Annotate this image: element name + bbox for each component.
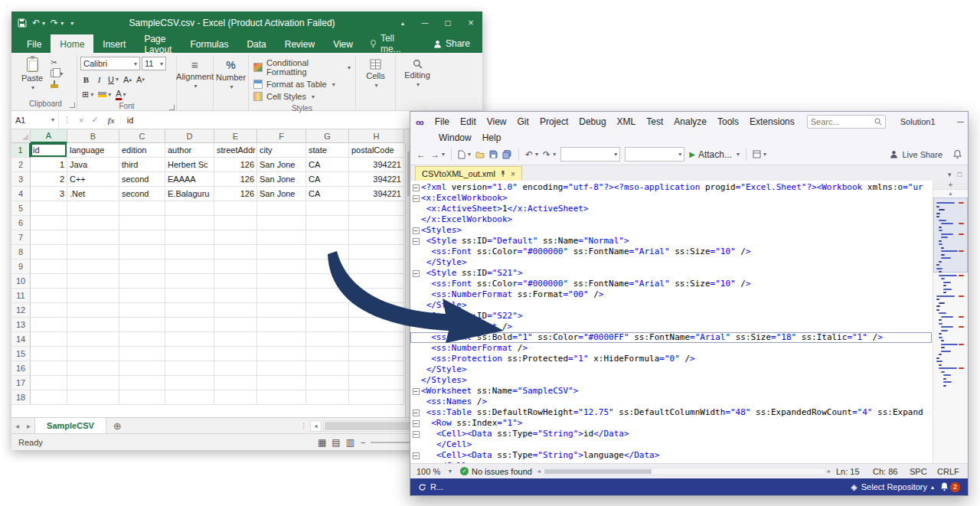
attach-button[interactable]: ▶ Attach... ▾: [689, 149, 740, 160]
cell-A7[interactable]: [31, 230, 67, 245]
cell-A8[interactable]: [31, 245, 67, 260]
cell-B1[interactable]: language: [67, 143, 119, 158]
font-name-select[interactable]: Calibri▾: [80, 57, 140, 70]
cell-H10[interactable]: [349, 274, 404, 289]
cell-B11[interactable]: [67, 289, 119, 303]
row-header-7[interactable]: 7: [11, 230, 31, 245]
clipboard-dialog-launcher[interactable]: [70, 103, 75, 108]
row-header-2[interactable]: 2: [11, 158, 31, 172]
cell-C16[interactable]: [119, 361, 165, 376]
cell-E9[interactable]: [214, 260, 257, 274]
cell-C13[interactable]: [119, 318, 165, 332]
cell-F11[interactable]: [257, 289, 306, 303]
row-header-13[interactable]: 13: [11, 318, 31, 332]
maximize-button[interactable]: □: [436, 11, 459, 34]
cell-D8[interactable]: [165, 245, 214, 260]
column-header-F[interactable]: F: [257, 129, 306, 143]
fold-toggle-icon[interactable]: −: [413, 184, 420, 191]
normal-view-icon[interactable]: ▦: [318, 437, 326, 448]
cell-B8[interactable]: [67, 245, 119, 260]
fold-toggle-icon[interactable]: −: [413, 420, 420, 427]
cell-E2[interactable]: 126: [214, 158, 257, 172]
cell-G4[interactable]: CA: [306, 187, 349, 201]
issues-indicator[interactable]: ✓ No issues found: [460, 467, 532, 476]
column-header-G[interactable]: G: [306, 129, 349, 143]
cell-F2[interactable]: San Jone: [257, 158, 306, 172]
cell-B6[interactable]: [67, 216, 119, 230]
cell-A1[interactable]: id: [31, 143, 67, 158]
cell-H13[interactable]: [349, 318, 404, 332]
cell-F4[interactable]: San Jone: [257, 187, 306, 201]
cell-D1[interactable]: author: [165, 143, 214, 158]
cell-E1[interactable]: streetAddr: [214, 143, 257, 158]
fold-toggle-icon[interactable]: −: [413, 410, 420, 416]
cell-F18[interactable]: [257, 390, 306, 405]
number-button[interactable]: % Number ▾: [217, 56, 245, 92]
cell-E6[interactable]: [214, 216, 257, 230]
scroll-right-icon[interactable]: ▸: [828, 468, 831, 475]
cell-C5[interactable]: [119, 201, 165, 216]
save-button[interactable]: [489, 150, 498, 158]
feedback-bell-icon[interactable]: [953, 150, 962, 159]
cell-D12[interactable]: [165, 303, 214, 318]
menu-help[interactable]: Help: [477, 131, 507, 145]
split-handle-icon[interactable]: +: [933, 181, 968, 190]
cell-H1[interactable]: postalCode: [349, 143, 404, 158]
cell-A16[interactable]: [31, 361, 67, 376]
cell-A13[interactable]: [31, 318, 67, 332]
menu-project[interactable]: Project: [534, 115, 573, 129]
new-file-button[interactable]: ▾: [458, 150, 471, 159]
ribbon-tab-view[interactable]: View: [324, 34, 362, 53]
cell-G17[interactable]: [306, 376, 349, 390]
row-header-1[interactable]: 1: [11, 143, 31, 158]
cell-D6[interactable]: [165, 216, 214, 230]
cell-E13[interactable]: [214, 318, 257, 332]
cells-button[interactable]: Cells ▾: [359, 56, 392, 90]
cell-B9[interactable]: [67, 260, 119, 274]
cell-E18[interactable]: [214, 390, 257, 405]
cell-F15[interactable]: [257, 347, 306, 361]
cell-B7[interactable]: [67, 230, 119, 245]
cell-F8[interactable]: [257, 245, 306, 260]
underline-button[interactable]: U▾: [106, 73, 120, 86]
cell-C6[interactable]: [119, 216, 165, 230]
paste-button[interactable]: Paste ▾: [18, 56, 47, 99]
cell-A2[interactable]: 1: [31, 158, 67, 172]
sheetbar-divider-icon[interactable]: ⋮: [300, 422, 307, 429]
menu-extensions[interactable]: Extensions: [744, 115, 800, 129]
close-tab-icon[interactable]: ×: [511, 170, 515, 178]
cell-G18[interactable]: [306, 390, 349, 405]
editing-button[interactable]: Editing ▾: [399, 56, 436, 90]
sheet-tab-samplecsv[interactable]: SampleCSV: [34, 418, 106, 433]
menu-test[interactable]: Test: [641, 115, 668, 129]
cell-G2[interactable]: CA: [306, 158, 349, 172]
cell-D15[interactable]: [165, 347, 214, 361]
notifications-bell[interactable]: 2: [940, 482, 960, 492]
fold-toggle-icon[interactable]: −: [413, 195, 420, 202]
cell-G11[interactable]: [306, 289, 349, 303]
editor-zoom-select[interactable]: 100 %▾: [413, 467, 455, 476]
platform-select[interactable]: ▾: [625, 147, 684, 162]
cell-C10[interactable]: [119, 274, 165, 289]
scroll-left-icon[interactable]: ◂: [537, 468, 541, 475]
save-all-button[interactable]: [502, 150, 512, 159]
fold-toggle-icon[interactable]: −: [413, 270, 420, 277]
menu-edit[interactable]: Edit: [455, 115, 482, 129]
tell-me-box[interactable]: Tell me...: [362, 34, 421, 53]
cell-styles-button[interactable]: Cell Styles▾: [253, 92, 351, 101]
cell-F12[interactable]: [257, 303, 306, 318]
fold-toggle-icon[interactable]: −: [413, 452, 420, 459]
cell-F9[interactable]: [257, 260, 306, 274]
column-header-D[interactable]: D: [165, 129, 214, 143]
cell-C12[interactable]: [119, 303, 165, 318]
menu-analyze[interactable]: Analyze: [668, 115, 712, 129]
new-sheet-button[interactable]: ⊕: [106, 420, 129, 432]
cell-B16[interactable]: [67, 361, 119, 376]
float-window-icon[interactable]: □: [958, 171, 962, 178]
row-header-17[interactable]: 17: [11, 376, 31, 390]
cell-H17[interactable]: [349, 376, 404, 390]
cell-B4[interactable]: .Net: [67, 187, 119, 201]
cell-H2[interactable]: 394221: [349, 158, 404, 172]
cell-A4[interactable]: 3: [31, 187, 67, 201]
save-icon[interactable]: [18, 18, 27, 28]
